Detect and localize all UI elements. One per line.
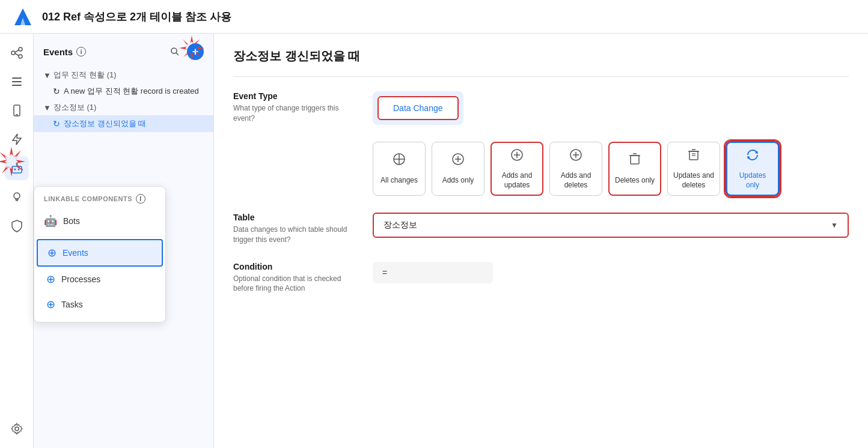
svg-point-2	[11, 51, 15, 55]
updates-only-btn[interactable]: Updates only	[726, 142, 779, 196]
condition-label-block: Condition Optional condition that is che…	[233, 262, 353, 294]
adds-updates-icon	[510, 148, 524, 167]
table-heading: Table	[233, 213, 353, 222]
add-icon: +	[192, 46, 199, 58]
svg-marker-38	[193, 39, 200, 45]
linkable-tasks-item[interactable]: ⊕ Tasks	[37, 292, 163, 317]
record-sync-icon: ↻	[53, 86, 60, 96]
condition-section: Condition Optional condition that is che…	[233, 262, 849, 294]
svg-line-33	[176, 53, 179, 55]
sidebar-search-button[interactable]	[167, 43, 183, 60]
main-layout: Events i +	[0, 34, 868, 448]
events-icon: ⊕	[47, 246, 57, 259]
adds-and-updates-btn[interactable]: Adds and updates	[491, 142, 543, 196]
svg-rect-54	[631, 156, 639, 164]
page-title: 012 Ref 속성으로 2개 테이블 참조 사용	[42, 10, 231, 24]
svg-marker-23	[0, 160, 7, 163]
table-section: Table Data changes to which table should…	[233, 213, 849, 245]
svg-point-32	[171, 48, 177, 53]
updates-deletes-icon	[686, 148, 701, 167]
icon-bar-bot[interactable]	[5, 156, 29, 180]
active-sync-icon: ↻	[53, 119, 60, 129]
deletes-only-icon	[628, 152, 642, 171]
svg-point-17	[16, 163, 17, 165]
condition-heading: Condition	[233, 262, 353, 271]
table-selector[interactable]: 장소정보 ▼	[373, 213, 849, 238]
deletes-only-label: Deletes only	[615, 176, 655, 186]
group-1-label: 업무 진적 현활 (1)	[53, 70, 117, 80]
event-type-heading: Event Type	[233, 91, 353, 101]
condition-desc: Optional condition that is checked befor…	[233, 274, 353, 294]
sidebar-group-2[interactable]: ▼ 장소정보 (1)	[34, 100, 213, 115]
deletes-only-btn[interactable]: Deletes only	[608, 142, 661, 196]
event-type-section: Event Type What type of change triggers …	[233, 91, 849, 125]
table-desc: Data changes to which table should trigg…	[233, 225, 353, 245]
all-changes-btn[interactable]: All changes	[373, 142, 426, 196]
updates-deletes-label: Updates and deletes	[673, 171, 715, 190]
updates-and-deletes-btn[interactable]: Updates and deletes	[667, 142, 720, 196]
top-bar: 012 Ref 속성으로 2개 테이블 참조 사용	[0, 0, 868, 34]
icon-bar-gear[interactable]	[5, 417, 29, 441]
svg-point-14	[14, 169, 16, 171]
icon-bar-trigger[interactable]	[5, 127, 29, 151]
icon-bar-shield[interactable]	[5, 214, 29, 238]
svg-rect-9	[12, 85, 22, 86]
event-type-desc: What type of change triggers this event?	[233, 103, 353, 124]
adds-deletes-icon	[569, 148, 583, 167]
change-type-row: All changes Adds only Adds	[373, 142, 849, 196]
main-content: 장소정보 갱신되었을 때 Event Type What type of cha…	[214, 34, 868, 448]
processes-icon: ⊕	[46, 273, 55, 286]
svg-rect-8	[12, 81, 22, 82]
adds-and-deletes-btn[interactable]: Adds and deletes	[549, 142, 602, 196]
group-1-arrow: ▼	[43, 71, 51, 80]
event-type-button[interactable]: Data Change	[377, 96, 459, 120]
bot-icon	[10, 162, 23, 175]
linkable-title-label: LINKABLE COMPONENTS	[44, 195, 132, 202]
sidebar-title: Events i	[43, 47, 86, 57]
svg-point-3	[19, 47, 22, 51]
svg-point-4	[19, 55, 22, 58]
adds-only-btn[interactable]: Adds only	[432, 142, 484, 196]
sidebar-info-icon[interactable]: i	[76, 47, 86, 56]
sidebar-item-장소정보[interactable]: ↻ 장소정보 갱신되었을 때	[34, 115, 213, 132]
bots-menu-item[interactable]: 🤖 Bots	[34, 208, 165, 234]
sidebar-group-1[interactable]: ▼ 업무 진적 현활 (1)	[34, 67, 213, 83]
icon-bar-bulb[interactable]	[5, 185, 29, 209]
linkable-events-item[interactable]: ⊕ Events	[37, 239, 163, 267]
icon-bar-list[interactable]	[5, 70, 29, 94]
event-type-content: Data Change	[373, 91, 849, 125]
adds-deletes-label: Adds and deletes	[555, 171, 597, 190]
bots-icon: 🤖	[44, 214, 57, 228]
tasks-label: Tasks	[61, 300, 83, 309]
linkable-info-icon[interactable]: i	[136, 194, 145, 204]
linkable-dropdown: LINKABLE COMPONENTS i 🤖 Bots ⊕ Events ⊕ …	[34, 186, 166, 322]
event-type-label-block: Event Type What type of change triggers …	[233, 91, 353, 124]
updates-only-label: Updates only	[732, 171, 773, 190]
svg-marker-34	[191, 35, 194, 43]
content-divider	[233, 76, 849, 77]
svg-rect-7	[12, 77, 22, 79]
sidebar-title-label: Events	[43, 47, 73, 57]
svg-point-28	[14, 193, 20, 199]
condition-value: =	[382, 268, 387, 277]
linkable-title: LINKABLE COMPONENTS i	[34, 194, 165, 208]
adds-only-label: Adds only	[442, 176, 474, 186]
sidebar-add-button[interactable]: +	[187, 43, 204, 60]
sidebar-header: Events i +	[34, 41, 213, 65]
all-changes-label: All changes	[381, 176, 418, 186]
icon-bar-workflow[interactable]	[5, 41, 29, 65]
icon-bar-mobile[interactable]	[5, 98, 29, 123]
linkable-processes-item[interactable]: ⊕ Processes	[37, 267, 163, 292]
svg-marker-41	[183, 39, 189, 47]
sidebar-item-업무-record[interactable]: ↻ A new 업무 진적 현활 record is created	[34, 83, 213, 100]
event-type-selector: Data Change	[373, 91, 463, 125]
condition-box[interactable]: =	[373, 262, 493, 283]
svg-point-15	[17, 169, 19, 171]
table-content: 장소정보 ▼	[373, 213, 849, 238]
processes-label: Processes	[61, 274, 100, 284]
app-logo	[12, 6, 34, 28]
sidebar-item-label-2: 장소정보 갱신되었을 때	[64, 118, 146, 129]
condition-content: =	[373, 262, 849, 283]
svg-marker-40	[183, 51, 191, 57]
adds-updates-label: Adds and updates	[497, 171, 537, 190]
